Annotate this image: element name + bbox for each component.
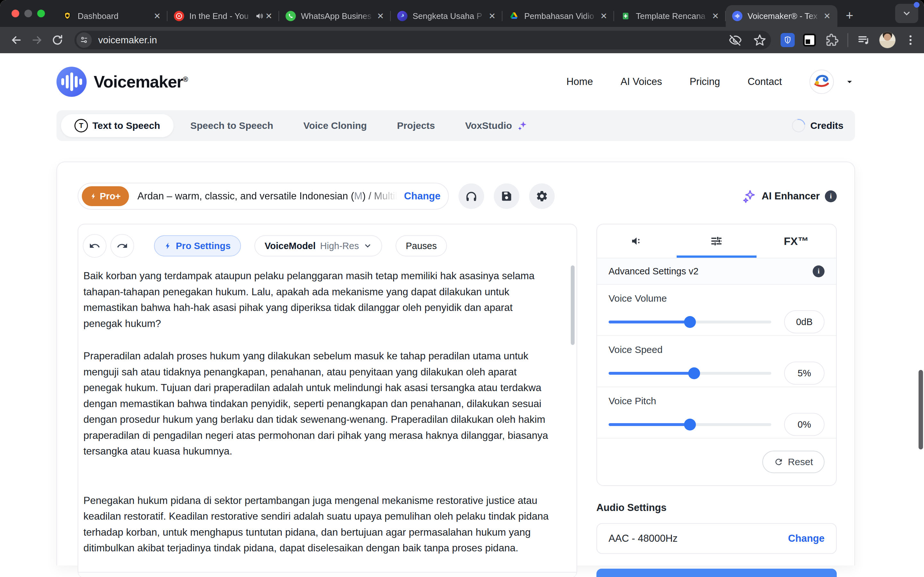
- speaker-icon: [630, 234, 644, 248]
- save-button[interactable]: [494, 183, 519, 209]
- notification-dot: [914, 2, 919, 8]
- youtube-music-favicon-icon: [174, 11, 184, 21]
- audio-format-row: AAC - 48000Hz Change: [596, 523, 837, 554]
- browser-tab-sheets[interactable]: Template Rencana ✕: [614, 5, 726, 27]
- new-tab-button[interactable]: +: [841, 6, 859, 24]
- tab-speech-to-speech[interactable]: Speech to Speech: [177, 114, 286, 137]
- page-scrollbar[interactable]: [919, 370, 923, 450]
- nav-home[interactable]: Home: [566, 76, 593, 87]
- forward-button[interactable]: [27, 31, 46, 49]
- advanced-settings-panel: FX™ Advanced Settings v2 i Voice Volume: [596, 224, 837, 486]
- voice-pitch-label: Voice Pitch: [609, 396, 825, 406]
- close-window-button[interactable]: [11, 10, 19, 17]
- site-settings-icon[interactable]: [76, 32, 92, 48]
- tab-label: Voice Cloning: [304, 120, 367, 131]
- tab-close-icon[interactable]: ✕: [599, 11, 609, 21]
- account-caret-down-icon[interactable]: [844, 76, 855, 87]
- nav-ai-voices[interactable]: AI Voices: [620, 76, 662, 87]
- media-controls-icon[interactable]: [857, 33, 871, 47]
- sail-favicon-icon: [397, 11, 407, 21]
- fullscreen-window-button[interactable]: [37, 10, 45, 17]
- voice-speed-label: Voice Speed: [609, 344, 825, 355]
- info-icon[interactable]: i: [813, 266, 825, 277]
- tab-advanced-settings-active[interactable]: [677, 224, 756, 258]
- voicemodel-selector[interactable]: VoiceModel High-Res: [254, 235, 382, 256]
- browser-tab-youtube-music[interactable]: In the End - You ✕: [168, 5, 279, 27]
- tab-close-icon[interactable]: ✕: [152, 11, 162, 21]
- browser-tab-drive[interactable]: Pembahasan Vidio ✕: [502, 5, 614, 27]
- blocker-extension-icon[interactable]: [803, 34, 816, 47]
- info-icon[interactable]: i: [825, 190, 837, 202]
- tab-text-to-speech[interactable]: T Text to Speech: [61, 114, 174, 137]
- tts-text-input[interactable]: Baik korban yang terdampak ataupun pelak…: [78, 260, 577, 556]
- voice-selector[interactable]: Pro+ Ardan – warm, classic, and versatil…: [78, 183, 449, 210]
- tab-close-icon[interactable]: ✕: [822, 11, 832, 21]
- convert-to-speech-button[interactable]: CONVERT TO SPEECH: [596, 569, 837, 577]
- tab-voice-audio[interactable]: [597, 224, 677, 258]
- voice-volume-label: Voice Volume: [609, 293, 825, 304]
- undo-button[interactable]: [83, 234, 107, 258]
- change-audio-format-link[interactable]: Change: [788, 533, 825, 544]
- tab-audio-speaker-icon[interactable]: [255, 12, 264, 20]
- bookmark-star-icon[interactable]: [753, 33, 766, 47]
- browser-toolbar: voicemaker.in: [0, 27, 924, 53]
- slider-thumb[interactable]: [684, 419, 696, 430]
- active-tab-indicator: [677, 255, 756, 258]
- url-text[interactable]: voicemaker.in: [98, 35, 729, 45]
- redo-button[interactable]: [110, 234, 134, 258]
- omnibox[interactable]: voicemaker.in: [74, 31, 771, 49]
- pro-settings-button[interactable]: Pro Settings: [154, 235, 241, 256]
- browser-tab-voicemaker-active[interactable]: Voicemaker® - Tex ✕: [726, 5, 837, 27]
- voicemaker-page: Voicemaker® Home AI Voices Pricing Conta…: [0, 53, 924, 577]
- settings-button[interactable]: [529, 183, 555, 209]
- change-voice-link[interactable]: Change: [404, 190, 441, 202]
- browser-tab-whatsapp[interactable]: WhatsApp Busines ✕: [279, 5, 391, 27]
- back-button[interactable]: [7, 31, 26, 49]
- audio-settings-heading: Audio Settings: [596, 502, 837, 514]
- tab-close-icon[interactable]: ✕: [264, 11, 274, 21]
- slider-thumb[interactable]: [688, 367, 700, 379]
- google-sheets-favicon-icon: [620, 11, 631, 21]
- voice-volume-slider[interactable]: [609, 316, 771, 327]
- refresh-icon: [774, 457, 783, 467]
- browser-tab-dashboard[interactable]: Dashboard ✕: [56, 5, 168, 27]
- password-eye-off-icon[interactable]: [729, 33, 742, 47]
- tab-projects[interactable]: Projects: [383, 114, 448, 137]
- reset-label: Reset: [788, 456, 813, 467]
- credits[interactable]: Credits: [792, 119, 851, 132]
- bitwarden-extension-icon[interactable]: [780, 33, 795, 47]
- tab-fx[interactable]: FX™: [756, 224, 836, 258]
- voice-pitch-section: Voice Pitch 0%: [597, 387, 836, 438]
- tab-search-button[interactable]: [895, 4, 918, 23]
- tab-close-icon[interactable]: ✕: [375, 11, 386, 21]
- tab-voice-cloning[interactable]: Voice Cloning: [290, 114, 381, 137]
- reload-button[interactable]: [48, 31, 67, 49]
- pauses-button[interactable]: Pauses: [396, 235, 447, 256]
- voice-name: Ardan – warm, classic, and versatile Ind…: [137, 190, 400, 202]
- voice-volume-value: 0dB: [784, 310, 825, 334]
- account-avatar[interactable]: [809, 69, 834, 94]
- macos-traffic-lights[interactable]: [11, 10, 45, 17]
- extensions-puzzle-icon[interactable]: [824, 33, 839, 47]
- browser-tab-sengketa[interactable]: Sengketa Usaha P ✕: [391, 5, 502, 27]
- nav-contact[interactable]: Contact: [748, 76, 782, 87]
- tab-voxstudio[interactable]: VoxStudio: [452, 114, 541, 137]
- bolt-icon: [90, 193, 97, 200]
- reset-button[interactable]: Reset: [762, 451, 825, 473]
- tab-close-icon[interactable]: ✕: [710, 11, 720, 21]
- ai-sparkle-icon: [742, 189, 756, 203]
- tab-close-icon[interactable]: ✕: [487, 11, 497, 21]
- editor-scrollbar[interactable]: [571, 266, 575, 345]
- browser-menu-icon[interactable]: [904, 34, 917, 47]
- browser-profile-avatar[interactable]: [879, 32, 896, 48]
- ai-enhancer[interactable]: AI Enhancer i: [742, 189, 837, 203]
- slider-thumb[interactable]: [684, 316, 696, 328]
- voicemaker-logo[interactable]: Voicemaker®: [57, 67, 188, 97]
- voice-pitch-slider[interactable]: [609, 419, 771, 430]
- listen-button[interactable]: [459, 183, 484, 209]
- voice-speed-slider[interactable]: [609, 367, 771, 379]
- undo-icon: [89, 240, 100, 251]
- nav-pricing[interactable]: Pricing: [690, 76, 720, 87]
- minimize-window-button[interactable]: [24, 10, 32, 17]
- credits-ring-icon: [792, 119, 805, 132]
